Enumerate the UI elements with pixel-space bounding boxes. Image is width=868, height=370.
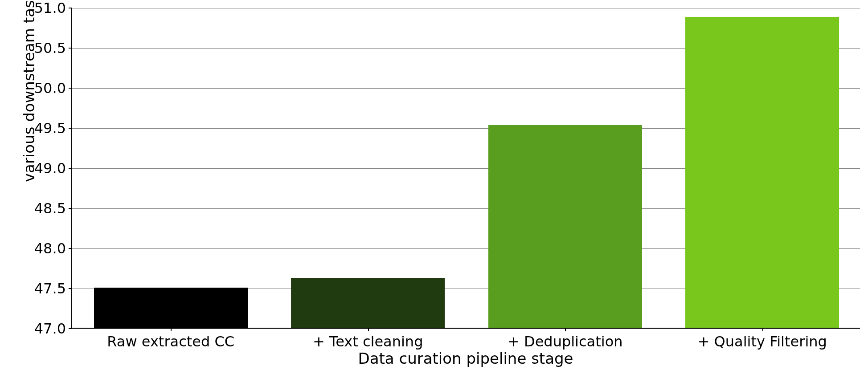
xtick-mark — [762, 328, 763, 331]
ytick-label: 48.0 — [34, 240, 72, 257]
bar — [685, 17, 839, 328]
ytick-label: 49.5 — [34, 120, 72, 137]
plot-outer: 47.047.548.048.549.049.550.050.551.0Raw … — [71, 8, 860, 329]
ytick-label: 50.5 — [34, 40, 72, 57]
plot-area: 47.047.548.048.549.049.550.050.551.0Raw … — [71, 8, 860, 329]
xtick-label: + Text cleaning — [313, 333, 423, 350]
ytick-label: 50.0 — [34, 80, 72, 97]
ytick-label: 51.0 — [34, 0, 72, 16]
ytick-label: 47.5 — [34, 280, 72, 297]
xtick-mark — [565, 328, 566, 331]
bar — [94, 288, 248, 328]
bar — [488, 125, 642, 328]
xtick-mark — [368, 328, 369, 331]
bar — [291, 278, 445, 328]
x-axis-label: Data curation pipeline stage — [71, 350, 860, 367]
xtick-label: + Quality Filtering — [698, 333, 827, 350]
gridline — [72, 8, 860, 8]
xtick-mark — [171, 328, 172, 331]
chart-container: Average accuracy (%) over various downst… — [0, 0, 868, 370]
gridline — [72, 329, 860, 329]
xtick-label: Raw extracted CC — [107, 333, 234, 350]
ytick-label: 49.0 — [34, 160, 72, 177]
ytick-label: 47.0 — [34, 320, 72, 337]
ytick-label: 48.5 — [34, 200, 72, 217]
xtick-label: + Deduplication — [508, 333, 623, 350]
